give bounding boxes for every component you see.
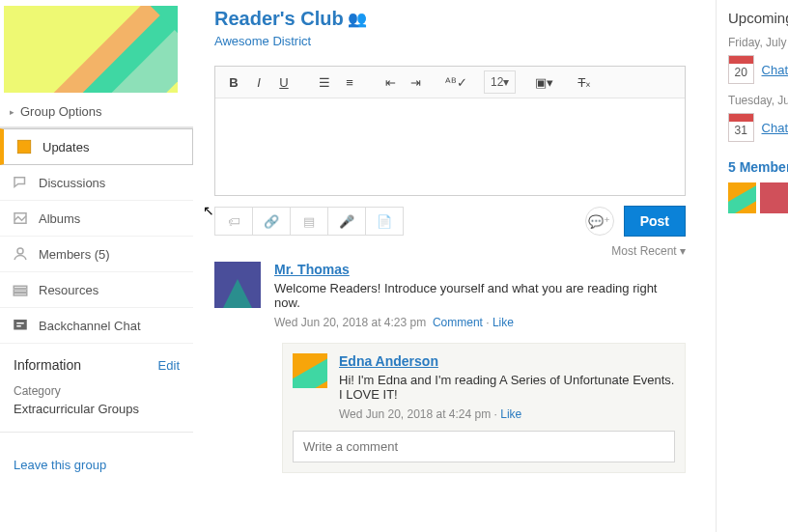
category-label: Category [14,384,180,398]
like-action[interactable]: Like [492,316,514,329]
attach-link-button[interactable]: 🔗 [252,207,291,236]
discussions-icon [12,174,29,191]
avatar[interactable] [293,353,327,388]
post-text: Welcome Readers! Introduce yourself and … [274,281,686,310]
attach-audio-button[interactable]: 🎤 [327,207,366,236]
category-value: Extracurricular Groups [14,402,180,416]
insert-button[interactable]: ▣▾ [531,70,556,94]
reply-author-link[interactable]: Edna Anderson [339,353,438,369]
member-avatar[interactable] [728,182,756,213]
district-link[interactable]: Awesome District [214,34,311,48]
svg-rect-5 [14,294,27,295]
sidebar-item-discussions[interactable]: Discussions [0,165,193,201]
albums-icon [12,210,29,227]
reply-text: Hi! I'm Edna and I'm reading A Series of… [339,373,675,402]
upcoming-heading: Upcoming [728,10,788,26]
post-timestamp: Wed Jun 20, 2018 at 4:23 pm [274,316,426,329]
italic-button[interactable]: I [246,70,271,94]
sidebar-item-members[interactable]: Members (5) [0,237,193,272]
resources-icon [12,281,29,298]
sidebar-item-backchannel[interactable]: Backchannel Chat [0,308,193,344]
underline-button[interactable]: U [271,70,296,94]
editor-textarea[interactable] [215,98,685,195]
sidebar-item-label: Discussions [39,176,105,190]
sidebar-item-label: Albums [39,211,80,226]
sidebar-item-resources[interactable]: Resources [0,272,193,308]
font-size-select[interactable]: 12 ▾ [484,70,516,94]
poll-button[interactable]: 💬⁺ [585,207,614,236]
svg-rect-0 [17,140,31,154]
numbered-list-button[interactable]: ≡ [337,70,362,94]
sidebar-item-updates[interactable]: Updates [0,128,193,165]
like-action[interactable]: Like [500,407,521,421]
bulleted-list-button[interactable]: ☰ [312,70,337,94]
sidebar-item-albums[interactable]: Albums [0,201,193,237]
svg-rect-3 [14,286,27,288]
post-author-link[interactable]: Mr. Thomas [274,262,350,277]
upcoming-date: Tuesday, July [728,94,788,107]
calendar-icon: 31 [728,113,754,142]
attach-doc-button[interactable]: 📄 [365,207,404,236]
members-icon [12,245,29,263]
svg-rect-6 [14,320,27,330]
updates-icon [15,138,33,155]
members-heading[interactable]: 5 Members [728,159,788,175]
upcoming-event-link[interactable]: Chat [762,121,788,135]
comment-input[interactable] [293,431,675,462]
upcoming-date: Friday, July [728,36,788,49]
member-avatar[interactable] [760,182,788,213]
bold-button[interactable]: B [221,70,246,94]
feed-sort-dropdown[interactable]: Most Recent ▾ [611,244,686,258]
spellcheck-button[interactable]: ᴬᴮ✓ [443,70,468,94]
backchannel-icon [12,317,29,334]
leave-group-link[interactable]: Leave this group [0,440,193,490]
sidebar-item-label: Backchannel Chat [39,319,141,333]
sidebar-item-label: Members (5) [39,247,110,262]
attach-file-button[interactable]: 🏷 [214,207,253,236]
upcoming-event-link[interactable]: Chat [762,63,788,77]
information-heading: Information [14,357,81,373]
group-options-dropdown[interactable]: ▸ Group Options [0,98,193,127]
chevron-right-icon: ▸ [10,107,14,117]
page-title: Reader's Club [214,8,344,30]
indent-button[interactable]: ⇥ [403,70,428,94]
edit-info-link[interactable]: Edit [158,358,180,373]
group-people-icon: 👥 [348,10,367,28]
reply-timestamp: Wed Jun 20, 2018 at 4:24 pm [339,407,491,421]
clear-formatting-button[interactable]: Tₓ [572,70,597,94]
group-banner [4,6,178,93]
post-button[interactable]: Post [624,206,686,237]
svg-point-2 [17,248,23,254]
outdent-button[interactable]: ⇤ [378,70,403,94]
sidebar-item-label: Resources [39,283,98,297]
avatar[interactable] [214,262,261,308]
calendar-icon: 20 [728,55,754,84]
comment-action[interactable]: Comment [433,316,483,329]
attach-resource-button[interactable]: ▤ [290,207,328,236]
group-options-label: Group Options [20,104,102,119]
sidebar-item-label: Updates [42,140,89,154]
post-editor[interactable]: B I U ☰ ≡ ⇤ ⇥ ᴬᴮ✓ 12 ▾ ▣▾ Tₓ [214,66,686,196]
svg-rect-4 [14,290,27,292]
